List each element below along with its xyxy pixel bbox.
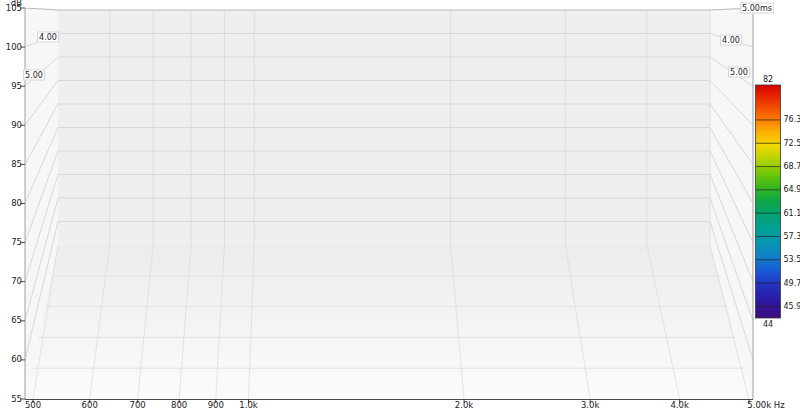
colorbar-tick-label: 53.5 xyxy=(784,255,800,264)
waterfall-chart: dB 5.00ms 4.00 5.00 4.00 5.00 82 44 1051… xyxy=(0,0,800,411)
colorbar-tick-label: 49.7 xyxy=(784,279,800,288)
waterfall-plot-area[interactable] xyxy=(0,0,800,411)
scene xyxy=(25,8,753,399)
y-axis-tick-label: 60 xyxy=(0,355,22,364)
x-axis-tick-label: 700 xyxy=(130,401,146,410)
y-axis-tick-label: 105 xyxy=(0,4,22,13)
floor xyxy=(25,245,753,399)
right-wall-time-label-4: 4.00 xyxy=(720,35,742,46)
box-top-edge xyxy=(25,8,753,10)
x-axis-tick-label: 1.0k xyxy=(239,401,257,410)
colorbar-tick-label: 76.3 xyxy=(784,115,800,124)
colorbar-tick-label: 64.9 xyxy=(784,185,800,194)
y-axis-tick-label: 90 xyxy=(0,121,22,130)
y-axis-tick-label: 75 xyxy=(0,238,22,247)
x-axis-tick-label: 3.0k xyxy=(581,401,599,410)
time-axis-max-label: 5.00ms xyxy=(740,3,774,14)
right-wall-time-label-5: 5.00 xyxy=(728,67,750,78)
colorbar-tick-label: 57.3 xyxy=(784,232,800,241)
y-axis-tick-label: 55 xyxy=(0,395,22,404)
x-axis-tick-label: 500 xyxy=(25,401,41,410)
colorbar-tick-label: 72.5 xyxy=(784,139,800,148)
left-wall-time-label-5: 5.00 xyxy=(23,70,45,81)
x-axis-tick-label: 2.0k xyxy=(455,401,473,410)
y-axis-tick-label: 95 xyxy=(0,82,22,91)
y-axis-tick-label: 85 xyxy=(0,160,22,169)
x-axis-tick-label: 5.00k Hz xyxy=(747,401,784,410)
left-wall-time-label-4: 4.00 xyxy=(37,32,59,43)
y-axis-tick-label: 80 xyxy=(0,199,22,208)
x-axis-tick-label: 600 xyxy=(82,401,98,410)
y-axis-tick-label: 65 xyxy=(0,316,22,325)
x-axis-tick-label: 4.0k xyxy=(670,401,688,410)
colorbar xyxy=(756,85,781,318)
colorbar-tick-label: 45.9 xyxy=(784,302,800,311)
x-axis-tick-label: 900 xyxy=(208,401,224,410)
x-axis-tick-label: 800 xyxy=(171,401,187,410)
colorbar-tick-label: 68.7 xyxy=(784,162,800,171)
colorbar-tick-label: 61.1 xyxy=(784,209,800,218)
y-axis-tick-label: 70 xyxy=(0,277,22,286)
colorbar-min-label: 44 xyxy=(755,320,781,329)
y-axis-tick-label: 100 xyxy=(0,43,22,52)
colorbar-max-label: 82 xyxy=(755,75,781,84)
